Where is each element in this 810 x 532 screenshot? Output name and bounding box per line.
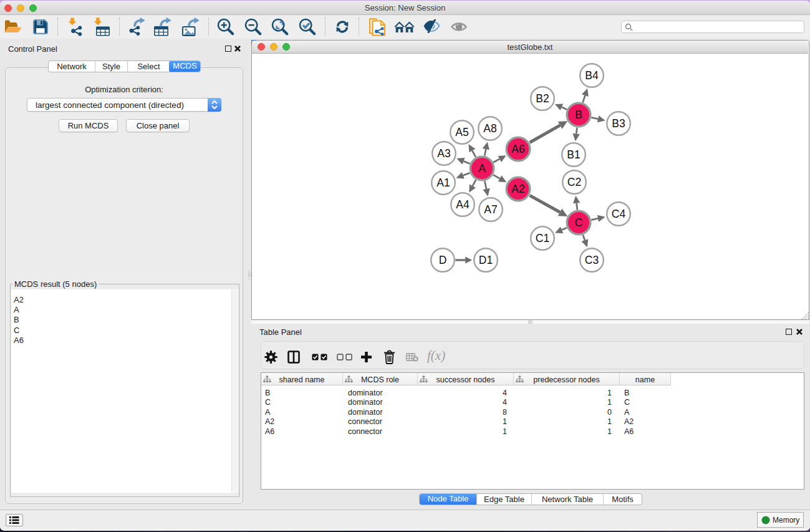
svg-text:A7: A7: [484, 203, 497, 216]
svg-text:A8: A8: [483, 122, 496, 135]
svg-text:D1: D1: [479, 254, 493, 266]
svg-text:C2: C2: [567, 176, 581, 188]
svg-text:B3: B3: [612, 117, 625, 130]
svg-text:C3: C3: [585, 254, 599, 266]
svg-text:A1: A1: [436, 177, 450, 189]
svg-text:D: D: [439, 254, 447, 266]
svg-text:C4: C4: [612, 208, 626, 220]
svg-text:C: C: [575, 216, 583, 229]
svg-text:B: B: [575, 109, 582, 121]
svg-text:A3: A3: [437, 147, 450, 160]
svg-text:A2: A2: [511, 183, 524, 195]
svg-text:B4: B4: [585, 69, 599, 82]
svg-text:A: A: [478, 162, 486, 175]
svg-text:A6: A6: [511, 143, 524, 155]
svg-text:C1: C1: [536, 232, 549, 244]
svg-text:B1: B1: [567, 148, 580, 161]
svg-text:B2: B2: [536, 92, 549, 105]
svg-text:A4: A4: [456, 198, 470, 211]
svg-text:A5: A5: [455, 126, 468, 138]
